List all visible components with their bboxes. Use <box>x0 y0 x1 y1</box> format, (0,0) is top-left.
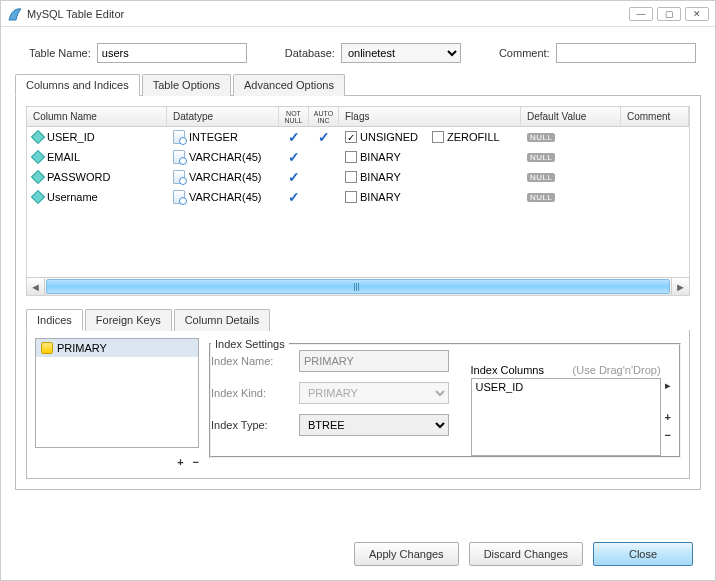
table-row[interactable]: PASSWORDVARCHAR(45)✓BINARYNULL <box>27 167 689 187</box>
scroll-right-icon[interactable]: ► <box>671 278 689 295</box>
table-name-label: Table Name: <box>29 47 91 59</box>
horizontal-scrollbar[interactable]: ◄ ► <box>27 277 689 295</box>
column-name: PASSWORD <box>47 171 110 183</box>
maximize-button[interactable]: ▢ <box>657 7 681 21</box>
tab-column-details[interactable]: Column Details <box>174 309 271 331</box>
grid-body: USER_IDINTEGER✓✓✓UNSIGNEDZEROFILLNULLEMA… <box>27 127 689 277</box>
datatype-icon <box>173 190 185 204</box>
index-column-item[interactable]: USER_ID <box>476 381 656 393</box>
column-icon <box>31 150 45 164</box>
apply-changes-button[interactable]: Apply Changes <box>354 542 459 566</box>
index-settings: Index Settings Index Name: Index Kind: P… <box>209 338 681 458</box>
scroll-left-icon[interactable]: ◄ <box>27 278 45 295</box>
database-select[interactable]: onlinetest <box>341 43 461 63</box>
check-icon: ✓ <box>288 189 300 205</box>
table-row[interactable]: USER_IDINTEGER✓✓✓UNSIGNEDZEROFILLNULL <box>27 127 689 147</box>
tab-table-options[interactable]: Table Options <box>142 74 231 96</box>
indices-panel: PRIMARY + − Index Settings Index Name: I… <box>26 330 690 479</box>
tab-indices[interactable]: Indices <box>26 309 83 331</box>
footer-buttons: Apply Changes Discard Changes Close <box>354 542 693 566</box>
check-icon: ✓ <box>288 129 300 145</box>
window-controls: — ▢ ✕ <box>629 7 709 21</box>
column-name: EMAIL <box>47 151 80 163</box>
flag-checkbox[interactable]: ZEROFILL <box>432 131 500 143</box>
check-icon: ✓ <box>288 149 300 165</box>
null-badge: NULL <box>527 173 555 182</box>
index-columns-hint: (Use Drag'n'Drop) <box>573 364 661 376</box>
table-row[interactable]: UsernameVARCHAR(45)✓BINARYNULL <box>27 187 689 207</box>
index-list[interactable]: PRIMARY <box>35 338 199 448</box>
check-icon: ✓ <box>318 129 330 145</box>
header-flags[interactable]: Flags <box>339 107 521 126</box>
index-col-add-button[interactable]: + <box>665 410 671 424</box>
datatype-value: VARCHAR(45) <box>189 171 262 183</box>
title-bar: MySQL Table Editor — ▢ ✕ <box>1 1 715 27</box>
null-badge: NULL <box>527 193 555 202</box>
top-form: Table Name: Database: onlinetest Comment… <box>1 27 715 73</box>
table-row[interactable]: EMAILVARCHAR(45)✓BINARYNULL <box>27 147 689 167</box>
null-badge: NULL <box>527 133 555 142</box>
index-item-label: PRIMARY <box>57 342 107 354</box>
header-default[interactable]: Default Value <box>521 107 621 126</box>
tab-advanced-options[interactable]: Advanced Options <box>233 74 345 96</box>
flag-checkbox[interactable]: BINARY <box>345 151 401 163</box>
index-name-label: Index Name: <box>211 355 291 367</box>
datatype-value: VARCHAR(45) <box>189 151 262 163</box>
flag-label: UNSIGNED <box>360 131 418 143</box>
index-list-item[interactable]: PRIMARY <box>36 339 198 357</box>
key-icon <box>41 342 53 354</box>
tab-body: Column Name Datatype NOTNULL AUTOINC Fla… <box>15 96 701 490</box>
flag-checkbox[interactable]: ✓UNSIGNED <box>345 131 418 143</box>
header-not-null[interactable]: NOTNULL <box>279 107 309 126</box>
discard-changes-button[interactable]: Discard Changes <box>469 542 583 566</box>
null-badge: NULL <box>527 153 555 162</box>
index-list-pane: PRIMARY + − <box>35 338 199 470</box>
flag-label: ZEROFILL <box>447 131 500 143</box>
index-type-select[interactable]: BTREE <box>299 414 449 436</box>
index-col-remove-button[interactable]: − <box>665 428 671 442</box>
grid-header: Column Name Datatype NOTNULL AUTOINC Fla… <box>27 107 689 127</box>
index-col-move-right-icon[interactable]: ▸ <box>665 378 671 392</box>
database-label: Database: <box>285 47 335 59</box>
index-type-label: Index Type: <box>211 419 291 431</box>
datatype-icon <box>173 170 185 184</box>
close-window-button[interactable]: ✕ <box>685 7 709 21</box>
header-datatype[interactable]: Datatype <box>167 107 279 126</box>
index-kind-label: Index Kind: <box>211 387 291 399</box>
check-icon: ✓ <box>288 169 300 185</box>
index-name-input <box>299 350 449 372</box>
datatype-value: VARCHAR(45) <box>189 191 262 203</box>
index-kind-select: PRIMARY <box>299 382 449 404</box>
add-index-button[interactable]: + <box>177 456 183 468</box>
columns-grid: Column Name Datatype NOTNULL AUTOINC Fla… <box>26 106 690 296</box>
datatype-value: INTEGER <box>189 131 238 143</box>
datatype-icon <box>173 150 185 164</box>
index-columns-label: Index Columns <box>471 364 544 376</box>
close-button[interactable]: Close <box>593 542 693 566</box>
flag-label: BINARY <box>360 191 401 203</box>
header-auto-inc[interactable]: AUTOINC <box>309 107 339 126</box>
column-icon <box>31 170 45 184</box>
column-name: USER_ID <box>47 131 95 143</box>
flag-checkbox[interactable]: BINARY <box>345 171 401 183</box>
sub-tabs: Indices Foreign Keys Column Details <box>26 308 690 330</box>
flag-checkbox[interactable]: BINARY <box>345 191 401 203</box>
comment-label: Comment: <box>499 47 550 59</box>
minimize-button[interactable]: — <box>629 7 653 21</box>
tab-foreign-keys[interactable]: Foreign Keys <box>85 309 172 331</box>
column-name: Username <box>47 191 98 203</box>
datatype-icon <box>173 130 185 144</box>
column-icon <box>31 130 45 144</box>
flag-label: BINARY <box>360 151 401 163</box>
index-columns-list[interactable]: USER_ID <box>471 378 661 456</box>
scroll-track[interactable] <box>46 279 670 294</box>
header-column-name[interactable]: Column Name <box>27 107 167 126</box>
comment-input[interactable] <box>556 43 696 63</box>
main-tabs: Columns and Indices Table Options Advanc… <box>15 73 701 96</box>
remove-index-button[interactable]: − <box>193 456 199 468</box>
table-name-input[interactable] <box>97 43 247 63</box>
tab-columns-indices[interactable]: Columns and Indices <box>15 74 140 96</box>
flag-label: BINARY <box>360 171 401 183</box>
header-comment[interactable]: Comment <box>621 107 689 126</box>
column-icon <box>31 190 45 204</box>
